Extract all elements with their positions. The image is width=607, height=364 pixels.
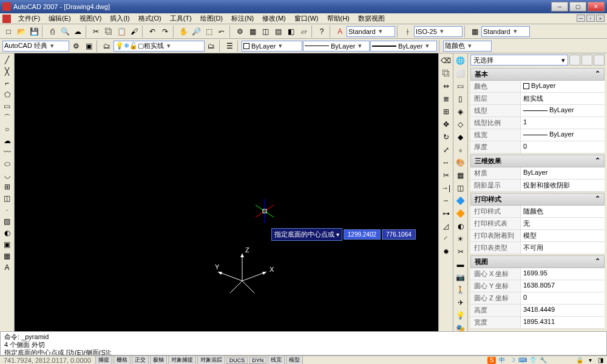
erase-icon[interactable]: ⌫ <box>440 55 452 67</box>
prop-row[interactable]: 打印样式表无 <box>470 218 605 230</box>
paste-icon[interactable]: 📋 <box>115 25 127 38</box>
pline-icon[interactable]: ⌐ <box>1 78 13 89</box>
selection-combo[interactable]: 无选择▾ <box>470 55 568 66</box>
otrack-toggle[interactable]: 对象追踪 <box>197 356 225 364</box>
qcalc-icon[interactable]: ▱ <box>297 25 310 38</box>
section-icon[interactable]: ✂ <box>455 246 467 258</box>
tray-settings-icon[interactable]: 🔧 <box>539 357 548 364</box>
copy-obj-icon[interactable]: ⿻ <box>440 67 452 79</box>
prop-row[interactable]: 圆心 X 坐标1699.95 <box>470 268 605 280</box>
lineweight-combo[interactable]: ByLayer▾ <box>370 41 437 52</box>
print-icon[interactable]: ⎙ <box>46 25 58 38</box>
3dorbit-icon[interactable]: 🌐 <box>455 55 467 67</box>
prop-group-header[interactable]: 视图⌃ <box>470 255 605 268</box>
prop-value[interactable]: 不可用 <box>520 242 605 254</box>
tool-palette-icon[interactable]: ◫ <box>259 25 271 38</box>
tablestyle-combo[interactable]: Standard▾ <box>481 26 530 37</box>
chamfer-icon[interactable]: ◿ <box>440 220 452 232</box>
pan-icon[interactable]: ✋ <box>177 25 189 38</box>
dyn-y-value[interactable]: 776.1064 <box>382 229 416 240</box>
shade-icon[interactable]: ◐ <box>455 220 467 232</box>
rotate-icon[interactable]: ↻ <box>440 131 452 143</box>
menu-tools[interactable]: 工具(T) <box>166 13 195 24</box>
ortho-toggle[interactable]: 正交 <box>132 356 149 364</box>
layer-combo[interactable]: 💡❄🔓▢ 粗实线▾ <box>114 41 205 52</box>
revcloud-icon[interactable]: ☁ <box>1 135 13 146</box>
point-icon[interactable]: · <box>1 204 13 215</box>
layer-manager-icon[interactable]: 🗂 <box>101 40 113 52</box>
mtext-icon[interactable]: A <box>1 262 13 273</box>
view-front-icon[interactable]: ▭ <box>455 80 467 92</box>
maximize-button[interactable]: ▢ <box>569 2 586 12</box>
break-icon[interactable]: ╌ <box>440 195 452 207</box>
markup-icon[interactable]: ◧ <box>285 25 297 38</box>
command-line[interactable]: 命令: _pyramid 4 个侧面 外切 指定底面的中心点或 [边(E)/侧面… <box>0 331 607 356</box>
view-swiso-icon[interactable]: ◈ <box>455 106 467 118</box>
dimstyle-icon[interactable]: ⟊ <box>401 25 413 38</box>
menu-help[interactable]: 帮助(H) <box>324 13 353 24</box>
prop-row[interactable]: 图层粗实线 <box>470 93 605 105</box>
hidden-icon[interactable]: ◫ <box>455 182 467 194</box>
prop-value[interactable]: 1 <box>520 117 605 129</box>
walk-icon[interactable]: 🚶 <box>455 284 467 296</box>
undo-icon[interactable]: ↶ <box>146 25 158 38</box>
wireframe-icon[interactable]: ▦ <box>455 169 467 181</box>
ws-settings-icon[interactable]: ⚙ <box>70 40 82 52</box>
polygon-icon[interactable]: ⬠ <box>1 89 13 100</box>
prop-value[interactable]: ByLayer <box>520 81 605 92</box>
prop-value[interactable]: 模型 <box>520 230 605 241</box>
coordinates-readout[interactable]: 741.7924, 2812.0117, 0.0000 <box>0 357 95 364</box>
save-icon[interactable]: 💾 <box>28 25 40 38</box>
ellipsearc-icon[interactable]: ◡ <box>1 170 13 181</box>
prop-value[interactable]: 0 <box>520 292 605 304</box>
view-nwiso-icon[interactable]: ⬨ <box>455 144 467 156</box>
sheetset-icon[interactable]: ▤ <box>272 25 284 38</box>
tray-moon-icon[interactable]: ☽ <box>508 357 517 364</box>
render-icon[interactable]: ☀ <box>455 233 467 245</box>
zoom-window-icon[interactable]: ⬚ <box>203 25 215 38</box>
menu-window[interactable]: 窗口(W) <box>291 13 322 24</box>
menu-view[interactable]: 视图(V) <box>76 13 106 24</box>
prop-group-header[interactable]: 基本⌃ <box>470 68 605 81</box>
prop-value[interactable]: 1638.8057 <box>520 280 605 292</box>
prop-row[interactable]: 圆心 Z 坐标0 <box>470 292 605 305</box>
prop-value[interactable]: ByLayer <box>520 105 605 116</box>
prop-value[interactable]: 随颜色 <box>520 206 605 217</box>
hatch-icon[interactable]: ▨ <box>1 216 13 227</box>
color-combo[interactable]: ByLayer▾ <box>242 41 302 52</box>
offset-icon[interactable]: ≣ <box>440 93 452 105</box>
stretch-icon[interactable]: ↔ <box>440 157 452 169</box>
prop-row[interactable]: 打印表类型不可用 <box>470 242 605 254</box>
select-icon[interactable] <box>594 55 605 66</box>
properties-icon[interactable]: ⚙ <box>234 25 246 38</box>
menu-file[interactable]: 文件(F) <box>15 13 44 24</box>
prop-value[interactable]: 投射和接收阴影 <box>520 180 605 191</box>
explode-icon[interactable]: ✸ <box>440 246 452 258</box>
circle-icon[interactable]: ○ <box>1 124 13 135</box>
trim-icon[interactable]: ✂ <box>440 169 452 181</box>
help-icon[interactable]: ? <box>316 25 328 38</box>
textstyle-icon[interactable]: A <box>334 25 346 38</box>
prop-value[interactable]: 0 <box>520 141 605 153</box>
scale-icon[interactable]: ⤢ <box>440 144 452 156</box>
prop-row[interactable]: 打印样式随颜色 <box>470 206 605 218</box>
block-icon[interactable]: ◫ <box>1 193 13 204</box>
arc-icon[interactable]: ⌒ <box>1 112 13 123</box>
tray-tool-icon[interactable]: 👕 <box>529 357 537 364</box>
open-icon[interactable]: 📂 <box>15 25 27 38</box>
line-icon[interactable]: ╱ <box>1 55 13 66</box>
ellipse-icon[interactable]: ⬭ <box>1 158 13 169</box>
cut-icon[interactable]: ✂ <box>90 25 102 38</box>
prop-row[interactable]: 颜色ByLayer <box>470 81 605 93</box>
cleanscreen-icon[interactable]: ◨ <box>596 357 605 364</box>
model-toggle[interactable]: 模型 <box>286 356 303 364</box>
prop-row[interactable]: 圆心 Y 坐标1638.8057 <box>470 280 605 292</box>
fillet-icon[interactable]: ◜ <box>440 233 452 245</box>
realistic-icon[interactable]: 🔷 <box>455 195 467 207</box>
prop-value[interactable]: 1895.4311 <box>520 317 605 328</box>
prop-group-header[interactable]: 三维效果⌃ <box>470 155 605 167</box>
view-left-icon[interactable]: ▯ <box>455 93 467 105</box>
conceptual-icon[interactable]: 🔶 <box>455 207 467 220</box>
prop-row[interactable]: 宽度1895.4311 <box>470 317 605 329</box>
xline-icon[interactable]: ╳ <box>1 66 13 77</box>
